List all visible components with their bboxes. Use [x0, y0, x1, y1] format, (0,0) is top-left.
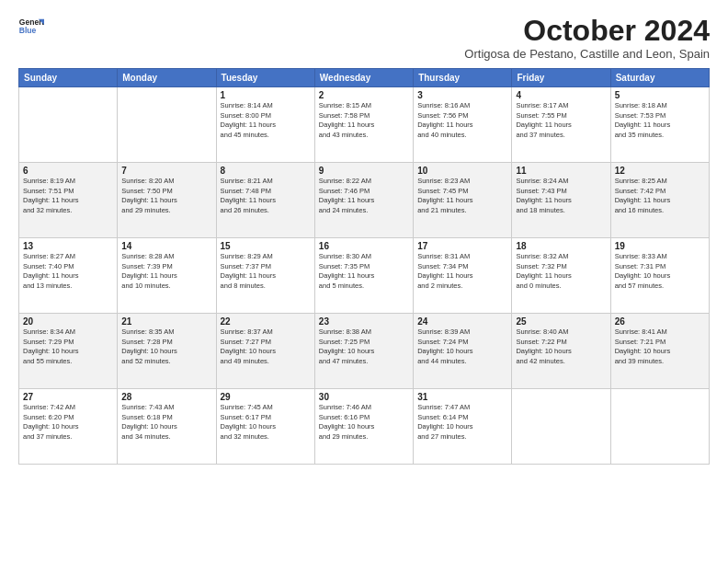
svg-text:Blue: Blue	[19, 26, 37, 35]
day-info: Sunrise: 8:19 AM Sunset: 7:51 PM Dayligh…	[23, 177, 113, 215]
calendar-cell: 13Sunrise: 8:27 AM Sunset: 7:40 PM Dayli…	[19, 238, 118, 314]
day-number: 26	[615, 316, 705, 327]
calendar-cell	[512, 389, 610, 465]
day-info: Sunrise: 8:25 AM Sunset: 7:42 PM Dayligh…	[615, 177, 705, 215]
day-number: 29	[221, 392, 311, 402]
day-info: Sunrise: 7:47 AM Sunset: 6:14 PM Dayligh…	[417, 403, 507, 442]
calendar-cell: 3Sunrise: 8:16 AM Sunset: 7:56 PM Daylig…	[414, 87, 512, 163]
day-info: Sunrise: 8:24 AM Sunset: 7:43 PM Dayligh…	[516, 177, 606, 215]
calendar-cell: 21Sunrise: 8:35 AM Sunset: 7:28 PM Dayli…	[118, 314, 216, 389]
day-info: Sunrise: 7:42 AM Sunset: 6:20 PM Dayligh…	[23, 403, 113, 442]
calendar-cell: 14Sunrise: 8:28 AM Sunset: 7:39 PM Dayli…	[118, 238, 216, 314]
day-info: Sunrise: 8:15 AM Sunset: 7:58 PM Dayligh…	[319, 101, 409, 140]
calendar-cell: 1Sunrise: 8:14 AM Sunset: 8:00 PM Daylig…	[216, 87, 314, 163]
calendar-week-row: 6Sunrise: 8:19 AM Sunset: 7:51 PM Daylig…	[19, 163, 710, 238]
page: General Blue October 2024 Ortigosa de Pe…	[0, 0, 728, 563]
day-number: 11	[516, 166, 606, 176]
day-info: Sunrise: 7:45 AM Sunset: 6:17 PM Dayligh…	[221, 403, 311, 442]
day-info: Sunrise: 8:41 AM Sunset: 7:21 PM Dayligh…	[615, 327, 705, 366]
day-number: 31	[417, 392, 507, 402]
day-info: Sunrise: 8:35 AM Sunset: 7:28 PM Dayligh…	[121, 327, 211, 366]
calendar-cell: 17Sunrise: 8:31 AM Sunset: 7:34 PM Dayli…	[414, 238, 512, 314]
day-number: 8	[221, 166, 311, 176]
day-info: Sunrise: 7:46 AM Sunset: 6:16 PM Dayligh…	[319, 403, 409, 442]
day-number: 12	[615, 166, 705, 176]
calendar-cell: 12Sunrise: 8:25 AM Sunset: 7:42 PM Dayli…	[610, 163, 709, 238]
calendar-cell	[118, 87, 216, 163]
calendar-week-row: 1Sunrise: 8:14 AM Sunset: 8:00 PM Daylig…	[19, 87, 710, 163]
day-info: Sunrise: 8:30 AM Sunset: 7:35 PM Dayligh…	[319, 252, 409, 291]
day-info: Sunrise: 8:29 AM Sunset: 7:37 PM Dayligh…	[221, 252, 311, 291]
calendar-cell	[19, 87, 118, 163]
day-number: 23	[319, 316, 409, 327]
day-info: Sunrise: 8:20 AM Sunset: 7:50 PM Dayligh…	[121, 177, 211, 215]
day-info: Sunrise: 8:39 AM Sunset: 7:24 PM Dayligh…	[417, 327, 507, 366]
day-info: Sunrise: 8:32 AM Sunset: 7:32 PM Dayligh…	[516, 252, 606, 291]
day-info: Sunrise: 8:37 AM Sunset: 7:27 PM Dayligh…	[221, 327, 311, 366]
calendar-week-row: 27Sunrise: 7:42 AM Sunset: 6:20 PM Dayli…	[19, 389, 710, 465]
weekday-header: Sunday	[19, 69, 118, 87]
calendar-cell: 5Sunrise: 8:18 AM Sunset: 7:53 PM Daylig…	[610, 87, 709, 163]
calendar-cell: 24Sunrise: 8:39 AM Sunset: 7:24 PM Dayli…	[414, 314, 512, 389]
day-number: 5	[615, 90, 705, 100]
day-info: Sunrise: 8:18 AM Sunset: 7:53 PM Dayligh…	[615, 101, 705, 140]
day-number: 24	[417, 316, 507, 327]
calendar-cell: 30Sunrise: 7:46 AM Sunset: 6:16 PM Dayli…	[314, 389, 413, 465]
day-number: 19	[615, 241, 705, 251]
calendar-cell: 9Sunrise: 8:22 AM Sunset: 7:46 PM Daylig…	[314, 163, 413, 238]
day-number: 15	[221, 241, 311, 251]
logo: General Blue	[18, 15, 44, 40]
calendar-week-row: 13Sunrise: 8:27 AM Sunset: 7:40 PM Dayli…	[19, 238, 710, 314]
calendar-week-row: 20Sunrise: 8:34 AM Sunset: 7:29 PM Dayli…	[19, 314, 710, 389]
header: General Blue October 2024 Ortigosa de Pe…	[18, 15, 710, 61]
calendar-cell: 6Sunrise: 8:19 AM Sunset: 7:51 PM Daylig…	[19, 163, 118, 238]
logo-icon: General Blue	[18, 15, 44, 40]
calendar-cell: 23Sunrise: 8:38 AM Sunset: 7:25 PM Dayli…	[314, 314, 413, 389]
weekday-header: Wednesday	[314, 69, 413, 87]
calendar-cell: 16Sunrise: 8:30 AM Sunset: 7:35 PM Dayli…	[314, 238, 413, 314]
day-number: 3	[417, 90, 507, 100]
day-info: Sunrise: 8:22 AM Sunset: 7:46 PM Dayligh…	[319, 177, 409, 215]
day-info: Sunrise: 8:34 AM Sunset: 7:29 PM Dayligh…	[23, 327, 113, 366]
calendar-cell: 29Sunrise: 7:45 AM Sunset: 6:17 PM Dayli…	[216, 389, 314, 465]
day-info: Sunrise: 8:23 AM Sunset: 7:45 PM Dayligh…	[417, 177, 507, 215]
svg-text:General: General	[19, 17, 44, 27]
day-info: Sunrise: 8:33 AM Sunset: 7:31 PM Dayligh…	[615, 252, 705, 291]
subtitle: Ortigosa de Pestano, Castille and Leon, …	[464, 47, 710, 61]
day-number: 6	[23, 166, 113, 176]
day-number: 1	[221, 90, 311, 100]
title-block: October 2024 Ortigosa de Pestano, Castil…	[464, 15, 710, 61]
calendar-cell: 10Sunrise: 8:23 AM Sunset: 7:45 PM Dayli…	[414, 163, 512, 238]
day-number: 16	[319, 241, 409, 251]
day-number: 4	[516, 90, 606, 100]
calendar-table: SundayMondayTuesdayWednesdayThursdayFrid…	[18, 68, 710, 465]
calendar-cell: 25Sunrise: 8:40 AM Sunset: 7:22 PM Dayli…	[512, 314, 610, 389]
day-number: 28	[121, 392, 211, 402]
day-info: Sunrise: 8:21 AM Sunset: 7:48 PM Dayligh…	[221, 177, 311, 215]
day-number: 14	[121, 241, 211, 251]
day-number: 2	[319, 90, 409, 100]
day-info: Sunrise: 7:43 AM Sunset: 6:18 PM Dayligh…	[121, 403, 211, 442]
calendar-cell: 28Sunrise: 7:43 AM Sunset: 6:18 PM Dayli…	[118, 389, 216, 465]
calendar-cell: 2Sunrise: 8:15 AM Sunset: 7:58 PM Daylig…	[314, 87, 413, 163]
day-number: 17	[417, 241, 507, 251]
day-info: Sunrise: 8:17 AM Sunset: 7:55 PM Dayligh…	[516, 101, 606, 140]
day-info: Sunrise: 8:40 AM Sunset: 7:22 PM Dayligh…	[516, 327, 606, 366]
calendar-cell: 4Sunrise: 8:17 AM Sunset: 7:55 PM Daylig…	[512, 87, 610, 163]
day-info: Sunrise: 8:28 AM Sunset: 7:39 PM Dayligh…	[121, 252, 211, 291]
weekday-header-row: SundayMondayTuesdayWednesdayThursdayFrid…	[19, 69, 710, 87]
day-number: 30	[319, 392, 409, 402]
weekday-header: Friday	[512, 69, 610, 87]
calendar-cell: 31Sunrise: 7:47 AM Sunset: 6:14 PM Dayli…	[414, 389, 512, 465]
day-info: Sunrise: 8:38 AM Sunset: 7:25 PM Dayligh…	[319, 327, 409, 366]
calendar-cell: 19Sunrise: 8:33 AM Sunset: 7:31 PM Dayli…	[610, 238, 709, 314]
day-number: 25	[516, 316, 606, 327]
day-info: Sunrise: 8:16 AM Sunset: 7:56 PM Dayligh…	[417, 101, 507, 140]
calendar-cell: 8Sunrise: 8:21 AM Sunset: 7:48 PM Daylig…	[216, 163, 314, 238]
day-number: 10	[417, 166, 507, 176]
calendar-cell: 11Sunrise: 8:24 AM Sunset: 7:43 PM Dayli…	[512, 163, 610, 238]
day-number: 9	[319, 166, 409, 176]
day-number: 7	[121, 166, 211, 176]
day-number: 27	[23, 392, 113, 402]
day-number: 18	[516, 241, 606, 251]
